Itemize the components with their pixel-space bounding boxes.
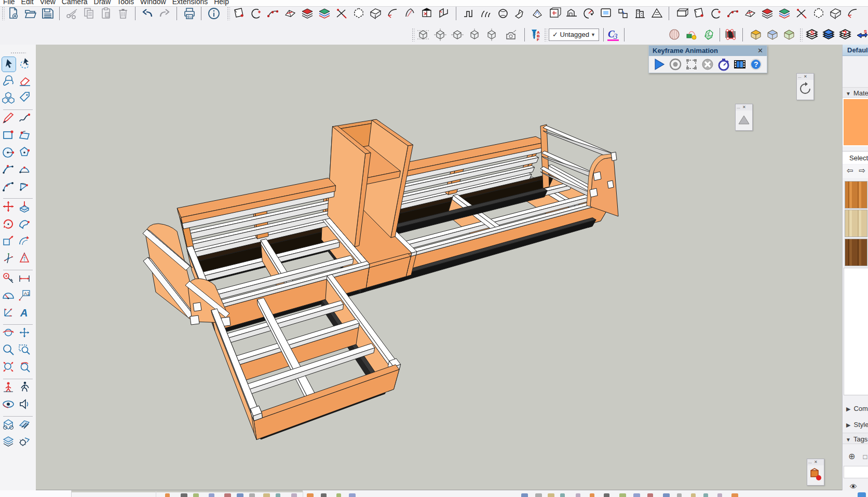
- svg-text:?: ?: [754, 60, 758, 68]
- svg-text:3: 3: [613, 32, 618, 40]
- svg-text:A: A: [20, 307, 28, 319]
- svg-text:S: S: [864, 29, 867, 34]
- svg-text:?: ?: [843, 29, 847, 37]
- svg-text:A1: A1: [24, 291, 30, 296]
- svg-text:F: F: [537, 37, 539, 42]
- svg-text:S: S: [810, 30, 814, 36]
